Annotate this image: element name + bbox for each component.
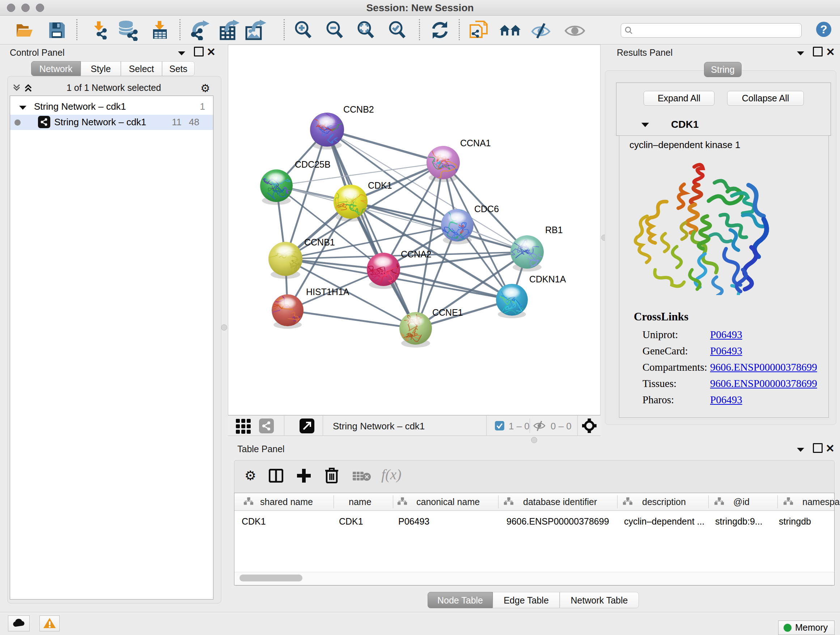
svg-text:RB1: RB1 (545, 225, 563, 235)
svg-text:CDK1: CDK1 (368, 180, 392, 190)
svg-text:CDC25B: CDC25B (295, 159, 331, 169)
svg-text:CCNA2: CCNA2 (401, 249, 431, 259)
svg-text:CCNB1: CCNB1 (304, 237, 335, 247)
svg-text:CCNE1: CCNE1 (432, 307, 463, 318)
svg-text:CCNB2: CCNB2 (343, 104, 374, 114)
svg-text:CDKN1A: CDKN1A (529, 274, 566, 284)
svg-text:CCNA1: CCNA1 (460, 138, 491, 148)
svg-text:CDC6: CDC6 (474, 204, 499, 214)
svg-text:HIST1H1A: HIST1H1A (306, 287, 349, 297)
